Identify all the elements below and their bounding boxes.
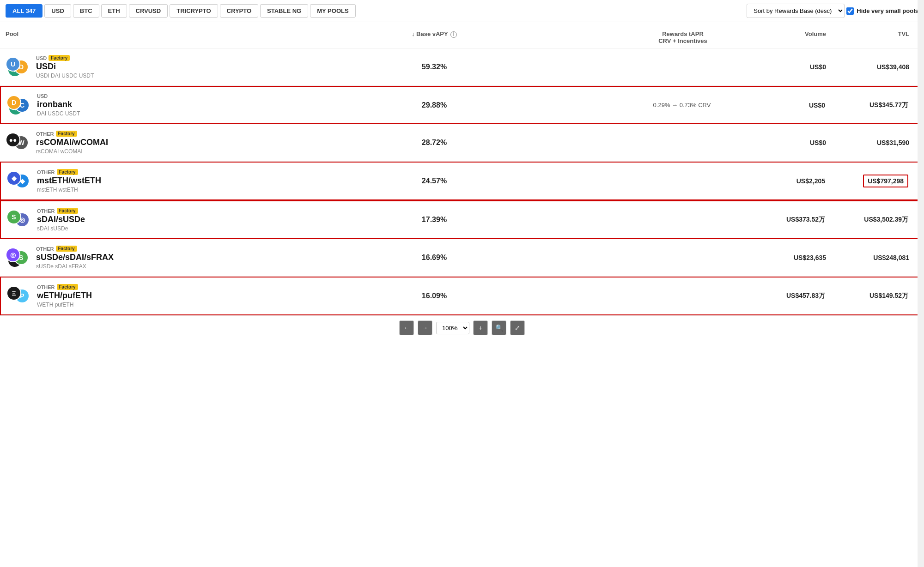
factory-badge: Factory [57,284,78,290]
volume-cell: US$457.83万 [742,292,825,300]
hide-small-label[interactable]: Hide very small pools [846,7,918,15]
expand-button[interactable]: ⤢ [510,320,525,335]
filter-btn-btc[interactable]: BTC [73,4,99,18]
col-tvl-header: TVL [826,30,918,44]
hide-small-text: Hide very small pools [857,7,918,14]
pool-row-sdai-susde[interactable]: S◎ OTHER Factory sDAI/sUSDe sDAI sUSDe 1… [0,200,924,239]
apy-cell: 17.39% [247,216,622,224]
pool-text: USD ironbank DAI USDC USDT [37,93,80,117]
pool-tokens: WETH pufETH [37,302,92,308]
pool-text: OTHER Factory rsCOMAI/wCOMAI rsCOMAI wCO… [36,131,108,155]
tvl-cell: US$31,590 [826,139,918,146]
tvl-cell: US$3,502.39万 [825,216,918,224]
tvl-cell: US$797,298 [825,175,918,187]
tvl-value: US$345.77万 [869,101,908,109]
pool-rows: UDT USD Factory USDi USDI DAI USDC USDT … [0,48,924,315]
tvl-value: US$39,408 [877,63,909,71]
pool-category: OTHER Factory [36,131,108,137]
pool-row-ironbank[interactable]: DCT USD ironbank DAI USDC USDT 29.88% 0.… [0,86,924,124]
zoom-in-button[interactable]: + [473,320,488,335]
pool-text: OTHER Factory sUSDe/sDAI/sFRAX sUSDe sDA… [36,246,114,270]
next-page-button[interactable]: → [418,320,432,335]
factory-badge: Factory [56,246,77,252]
page-size-select[interactable]: 100% [436,322,469,334]
search-button[interactable]: 🔍 [492,320,506,335]
volume-cell: US$0 [743,63,826,71]
tvl-value: US$797,298 [863,175,908,187]
pool-icons: ◆◆ [6,171,32,191]
pool-icons: ◎S● [6,247,31,268]
apy-value: 24.57% [422,177,447,185]
apy-cell: 24.57% [247,177,622,185]
pool-icons: UDT [6,57,31,77]
pool-category: OTHER Factory [37,169,101,175]
pool-info: ◎S● OTHER Factory sUSDe/sDAI/sFRAX sUSDe… [6,246,246,270]
col-rewards-header: Rewards tAPR CRV + Incentives [623,30,743,44]
tvl-value: US$248,081 [873,254,909,261]
pool-info: ΞP OTHER Factory wETH/pufETH WETH pufETH [6,284,247,308]
pool-row-weth-pufeth[interactable]: ΞP OTHER Factory wETH/pufETH WETH pufETH… [0,277,924,315]
apy-value: 28.72% [422,139,447,146]
factory-badge: Factory [49,55,70,61]
pool-info: ●●W OTHER Factory rsCOMAI/wCOMAI rsCOMAI… [6,131,246,155]
pool-text: OTHER Factory mstETH/wstETH mstETH wstET… [37,169,101,193]
pool-category: OTHER Factory [37,208,85,214]
pool-category: OTHER Factory [37,284,92,290]
volume-cell: US$0 [742,102,825,109]
pool-tokens: rsCOMAI wCOMAI [36,148,108,155]
apy-value: 59.32% [422,63,447,71]
pool-name: ironbank [37,100,80,109]
pool-row-rscowmai[interactable]: ●●W OTHER Factory rsCOMAI/wCOMAI rsCOMAI… [0,124,924,162]
tvl-value: US$149.52万 [869,292,908,299]
pool-row-usdi[interactable]: UDT USD Factory USDi USDI DAI USDC USDT … [0,48,924,86]
filter-buttons: ALL 347USDBTCETHCRVUSDTRICRYPTOCRYPTOSTA… [6,4,356,18]
col-volume-header: Volume [743,30,826,44]
volume-cell: US$2,205 [742,177,825,185]
tvl-cell: US$39,408 [826,63,918,71]
pool-category: OTHER Factory [36,246,114,252]
col-apy-header: ↓ Base vAPY i [246,30,623,44]
hide-small-checkbox[interactable] [846,7,854,15]
pool-name: rsCOMAI/wCOMAI [36,138,108,147]
filter-btn-eth[interactable]: ETH [101,4,127,18]
tvl-cell: US$149.52万 [825,292,918,300]
pool-category: USD [37,93,80,99]
pool-name: sDAI/sUSDe [37,215,85,224]
pool-info: DCT USD ironbank DAI USDC USDT [6,93,247,117]
scrollbar[interactable] [918,0,924,340]
filter-btn-my-pools[interactable]: MY POOLS [310,4,355,18]
apy-cell: 16.69% [246,253,623,262]
pool-name: wETH/pufETH [37,291,92,301]
pool-text: USD Factory USDi USDI DAI USDC USDT [36,55,94,79]
apy-value: 16.09% [422,292,447,300]
col-pool-header: Pool [6,30,246,44]
token-icon-0: U [6,57,20,72]
pool-icons: DCT [6,95,32,115]
pool-icons: ●●W [6,133,31,153]
pool-row-susde-sdai-sfrax[interactable]: ◎S● OTHER Factory sUSDe/sDAI/sFRAX sUSDe… [0,239,924,277]
pool-info: S◎ OTHER Factory sDAI/sUSDe sDAI sUSDe [6,208,247,232]
pool-icons: S◎ [6,210,32,230]
token-icon-0: S [6,210,21,224]
apy-cell: 16.09% [247,292,622,300]
pagination-bar: ← → 100% + 🔍 ⤢ [0,315,924,340]
pool-text: OTHER Factory sDAI/sUSDe sDAI sUSDe [37,208,85,232]
apy-value: 16.69% [422,253,447,261]
filter-btn-all[interactable]: ALL 347 [6,4,43,18]
filter-btn-crvusd[interactable]: CRVUSD [129,4,168,18]
sort-select[interactable]: Sort by Rewards Base (desc) [747,4,845,18]
apy-cell: 29.88% [247,101,622,109]
filter-btn-stable-ng[interactable]: STABLE NG [260,4,308,18]
filter-btn-usd[interactable]: USD [44,4,71,18]
factory-badge: Factory [57,169,78,175]
pool-info: ◆◆ OTHER Factory mstETH/wstETH mstETH ws… [6,169,247,193]
pool-icons: ΞP [6,286,32,306]
filter-btn-crypto[interactable]: CRYPTO [220,4,258,18]
pool-tokens: DAI USDC USDT [37,110,80,117]
apy-info-icon[interactable]: i [450,31,457,38]
pool-row-msteth[interactable]: ◆◆ OTHER Factory mstETH/wstETH mstETH ws… [0,162,924,200]
table-header: Pool ↓ Base vAPY i Rewards tAPR CRV + In… [0,27,924,48]
prev-page-button[interactable]: ← [399,320,414,335]
pool-tokens: sUSDe sDAI sFRAX [36,263,114,270]
filter-btn-tricrypto[interactable]: TRICRYPTO [170,4,218,18]
